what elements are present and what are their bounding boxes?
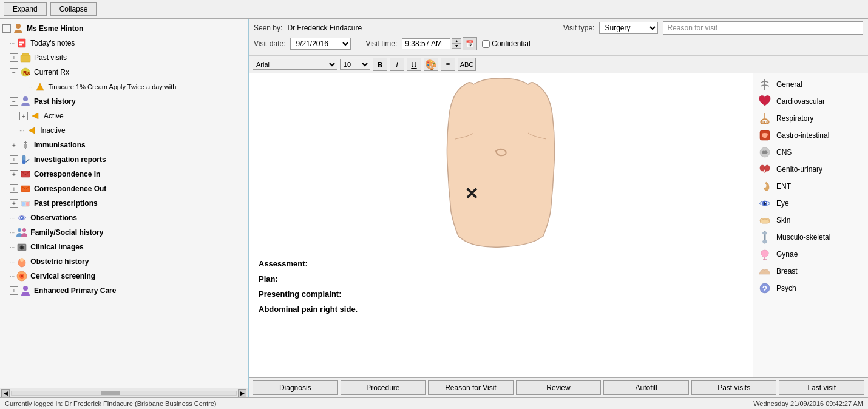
reason-for-visit-button[interactable]: Reason for Visit <box>428 380 514 395</box>
system-respiratory[interactable]: Respiratory <box>753 110 868 127</box>
svg-rect-23 <box>26 202 29 206</box>
corr-in-expand[interactable]: + <box>10 170 18 178</box>
sidebar-item-tinacare[interactable]: ·· Tinacare 1% Cream Apply Twice a day w… <box>0 79 248 94</box>
expand-icon[interactable]: − <box>2 24 11 33</box>
svg-point-36 <box>21 275 23 277</box>
current-rx-expand[interactable]: − <box>10 68 18 76</box>
sidebar-item-current-rx[interactable]: − Rx Current Rx <box>0 65 248 79</box>
size-select[interactable]: 8 9 10 12 14 <box>340 59 370 70</box>
seen-by-label: Seen by: <box>254 24 282 32</box>
svg-point-9 <box>23 96 28 101</box>
seen-by-value: Dr Frederick Findacure <box>287 24 362 32</box>
sidebar-item-investigation-reports[interactable]: + Investigation reports <box>0 152 248 167</box>
confidential-checkbox[interactable] <box>482 40 490 48</box>
past-history-expand[interactable]: − <box>10 97 18 106</box>
sidebar-item-past-prescriptions[interactable]: + Past prescriptions <box>0 196 248 211</box>
sidebar-item-past-visits[interactable]: + Past visits <box>0 50 248 65</box>
system-skin[interactable]: Skin <box>753 212 868 229</box>
svg-point-41 <box>766 120 770 124</box>
expand-button[interactable]: Expand <box>4 2 47 16</box>
system-ent[interactable]: ENT <box>753 178 868 195</box>
corr-out-expand[interactable]: + <box>10 184 18 193</box>
past-rx-expand[interactable]: + <box>10 199 18 208</box>
sidebar-item-correspondence-out[interactable]: + Correspondence Out <box>0 181 248 196</box>
system-cns[interactable]: CNS <box>753 144 868 161</box>
inactive-label: Inactive <box>40 126 65 135</box>
immunisations-expand[interactable]: + <box>10 141 18 149</box>
sidebar-item-correspondence-in[interactable]: + Correspondence In <box>0 167 248 181</box>
spellcheck-button[interactable]: ABC <box>458 58 476 71</box>
sidebar-item-cervical-screening[interactable]: ··· Cervical screening <box>0 269 248 283</box>
past-history-icon <box>19 95 32 107</box>
patient-root[interactable]: − Ms Esme Hinton <box>0 21 248 36</box>
past-visits-expand[interactable]: + <box>10 53 18 62</box>
sidebar-item-clinical-images[interactable]: ··· Clinical images <box>0 240 248 254</box>
visit-time-input[interactable] <box>402 38 450 49</box>
system-eye[interactable]: Eye <box>753 195 868 212</box>
autofill-button[interactable]: Autofill <box>603 380 689 395</box>
visit-date-label: Visit date: <box>254 39 285 48</box>
sidebar-item-inactive[interactable]: ··· Inactive <box>0 123 248 138</box>
skin-icon <box>758 214 771 227</box>
reason-for-visit-field[interactable]: Reason for visit <box>663 21 863 35</box>
obstetric-label: Obstetric history <box>30 257 89 266</box>
past-rx-label: Past prescriptions <box>34 199 98 208</box>
diagram-scroll[interactable]: ✕ Assessment: Plan: <box>249 73 753 377</box>
left-panel: − Ms Esme Hinton ··· <box>0 19 249 397</box>
sidebar-item-active[interactable]: + Active <box>0 109 248 123</box>
sidebar-item-obstetric-history[interactable]: ··· Obstetric history <box>0 254 248 269</box>
time-spin[interactable]: ▲ ▼ <box>452 38 461 49</box>
system-breast[interactable]: Breast <box>753 263 868 280</box>
diagnosis-button[interactable]: Diagnosis <box>253 380 338 395</box>
body-diagram[interactable]: ✕ <box>416 78 586 248</box>
gynae-label: Gynae <box>776 250 798 259</box>
breast-label: Breast <box>776 267 798 275</box>
color-button[interactable]: 🎨 <box>424 58 438 71</box>
font-select[interactable]: Arial Times New Roman Courier New <box>253 59 337 70</box>
scroll-right[interactable]: ▶ <box>238 389 246 397</box>
sidebar-item-family-social[interactable]: ··· Family/Social history <box>0 225 248 240</box>
last-visit-button[interactable]: Last visit <box>779 380 864 395</box>
eye-icon <box>758 197 771 210</box>
sidebar-item-todays-notes[interactable]: ··· Today's notes <box>0 36 248 50</box>
main-area: − Ms Esme Hinton ··· <box>0 19 868 397</box>
clinical-images-icon <box>16 241 28 253</box>
epc-expand[interactable]: + <box>10 286 18 295</box>
list-button[interactable]: ≡ <box>441 58 455 71</box>
sidebar-item-past-history[interactable]: − Past history <box>0 94 248 109</box>
system-musculo[interactable]: Musculo-skeletal <box>753 229 868 246</box>
italic-button[interactable]: i <box>390 58 404 71</box>
active-expand[interactable]: + <box>19 112 28 120</box>
system-general[interactable]: General <box>753 76 868 93</box>
visit-date-select[interactable]: 9/21/2016 <box>290 38 351 50</box>
scroll-track[interactable] <box>11 391 237 396</box>
musculo-icon <box>758 231 771 244</box>
past-history-label: Past history <box>34 97 76 106</box>
corr-in-icon <box>19 168 32 180</box>
time-calendar-btn[interactable]: 📅 <box>463 37 477 50</box>
sidebar-item-enhanced-primary-care[interactable]: + Enhanced Primary Care <box>0 283 248 298</box>
underline-button[interactable]: U <box>407 58 421 71</box>
svg-rect-5 <box>21 55 30 62</box>
system-psych[interactable]: Psych <box>753 280 868 297</box>
procedure-button[interactable]: Procedure <box>341 380 426 395</box>
svg-point-33 <box>20 258 24 262</box>
confidential-container: Confidential <box>482 39 530 48</box>
gi-label: Gastro-intestinal <box>776 131 829 140</box>
bold-button[interactable]: B <box>373 58 387 71</box>
svg-point-26 <box>18 228 21 232</box>
review-button[interactable]: Review <box>516 380 602 395</box>
scroll-left[interactable]: ◀ <box>1 389 10 397</box>
past-visits-button[interactable]: Past visits <box>691 380 777 395</box>
visit-type-select[interactable]: Surgery Consultation Home Visit Phone <box>599 22 658 34</box>
system-gu[interactable]: Genito-urinary <box>753 161 868 178</box>
system-cardiovascular[interactable]: Cardiovascular <box>753 93 868 110</box>
sidebar-item-observations[interactable]: ··· Observations <box>0 211 248 225</box>
past-visits-icon <box>19 52 32 64</box>
system-gynae[interactable]: Gynae <box>753 246 868 263</box>
investigation-expand[interactable]: + <box>10 155 18 164</box>
past-visits-label: Past visits <box>34 53 67 62</box>
system-gi[interactable]: Gastro-intestinal <box>753 127 868 144</box>
sidebar-item-immunisations[interactable]: + Immunisations <box>0 138 248 152</box>
collapse-button[interactable]: Collapse <box>50 2 97 16</box>
